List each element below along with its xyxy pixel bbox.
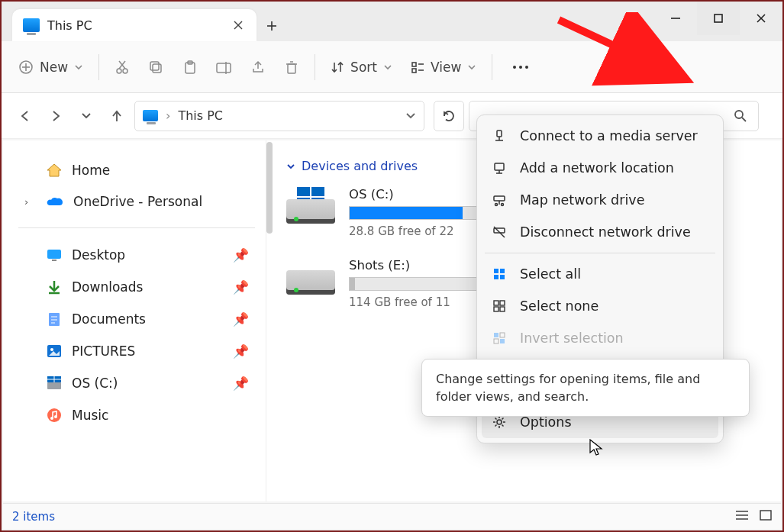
svg-rect-35: [47, 250, 61, 259]
invert-selection-icon: [491, 331, 508, 345]
view-button[interactable]: View: [403, 53, 484, 81]
svg-point-12: [123, 69, 127, 73]
drive-free-text: 28.8 GB free of 22: [349, 224, 479, 238]
svg-rect-71: [494, 307, 498, 311]
rename-button[interactable]: [208, 53, 240, 81]
onedrive-icon: [46, 195, 64, 208]
details-view-button[interactable]: [735, 510, 749, 524]
svg-rect-16: [150, 62, 159, 70]
cursor-icon: [589, 439, 605, 457]
svg-marker-34: [47, 164, 61, 176]
menu-item-select-none[interactable]: Select none: [482, 290, 718, 322]
svg-point-11: [117, 69, 121, 73]
back-button[interactable]: [12, 103, 38, 129]
gear-icon: [491, 415, 508, 429]
menu-item-disconnect-network-drive[interactable]: Disconnect network drive: [482, 216, 718, 248]
sort-button[interactable]: Sort: [323, 53, 400, 81]
select-none-icon: [491, 299, 508, 313]
close-window-button[interactable]: [740, 2, 782, 35]
share-button[interactable]: [243, 53, 273, 81]
svg-point-28: [513, 66, 516, 69]
svg-rect-25: [412, 69, 416, 73]
drive-icon: [286, 187, 335, 224]
sidebar-item-pictures[interactable]: PICTURES 📌: [14, 335, 260, 367]
capacity-bar: [349, 277, 479, 291]
forward-button[interactable]: [43, 103, 69, 129]
refresh-button[interactable]: [434, 101, 464, 131]
search-icon: [734, 109, 747, 123]
menu-item-select-all[interactable]: Select all: [482, 258, 718, 290]
cut-button[interactable]: [107, 53, 137, 81]
svg-rect-53: [497, 131, 502, 137]
pin-icon: 📌: [233, 279, 249, 295]
status-count: 2 items: [12, 510, 55, 524]
new-button[interactable]: New: [11, 53, 91, 81]
pictures-icon: [46, 343, 63, 360]
navigation-pane: Home › OneDrive - Personal Desktop 📌 Dow…: [3, 140, 266, 501]
svg-rect-72: [500, 307, 505, 311]
sidebar-item-downloads[interactable]: Downloads 📌: [14, 271, 260, 303]
menu-item-map-network-drive[interactable]: Map network drive: [482, 184, 718, 216]
menu-item-add-network-location[interactable]: Add a network location: [482, 152, 718, 184]
svg-rect-1: [715, 15, 722, 22]
drive-icon: [286, 258, 335, 295]
sidebar-item-documents[interactable]: Documents 📌: [14, 303, 260, 335]
pin-icon: 📌: [233, 247, 249, 263]
home-icon: [46, 162, 63, 179]
this-pc-icon: [23, 18, 40, 32]
desktop-icon: [46, 247, 63, 263]
command-bar: New Sort View: [2, 41, 782, 93]
tab-this-pc[interactable]: This PC: [12, 9, 256, 41]
svg-point-51: [50, 417, 53, 420]
svg-rect-76: [500, 339, 505, 343]
pin-icon: 📌: [233, 376, 249, 391]
svg-rect-75: [494, 339, 498, 343]
drive-name: OS (C:): [349, 187, 479, 202]
media-server-icon: [491, 129, 508, 143]
svg-rect-70: [500, 301, 505, 305]
drive-name: Shots (E:): [349, 258, 479, 272]
sidebar-item-desktop[interactable]: Desktop 📌: [14, 239, 260, 271]
window-controls: [654, 2, 782, 35]
breadcrumb[interactable]: › This PC: [134, 101, 424, 131]
scrollbar-thumb[interactable]: [266, 142, 273, 234]
sidebar-item-music[interactable]: Music: [14, 399, 260, 431]
more-button[interactable]: [500, 59, 541, 76]
copy-button[interactable]: [140, 53, 171, 81]
sidebar-item-home[interactable]: Home: [14, 154, 260, 186]
close-tab-button[interactable]: [234, 18, 243, 33]
downloads-icon: [46, 279, 63, 295]
svg-rect-36: [52, 260, 56, 261]
minimize-button[interactable]: [654, 2, 697, 35]
sidebar-item-onedrive[interactable]: › OneDrive - Personal: [14, 186, 260, 217]
thumbnails-view-button[interactable]: [760, 510, 772, 524]
svg-rect-65: [494, 269, 498, 273]
svg-rect-19: [217, 63, 231, 73]
sort-label: Sort: [350, 60, 377, 75]
sidebar-item-os-c[interactable]: OS (C:) 📌: [14, 367, 260, 399]
drive-free-text: 114 GB free of 11: [349, 295, 479, 309]
svg-point-32: [735, 111, 743, 118]
paste-button[interactable]: [174, 53, 205, 81]
svg-rect-74: [500, 333, 505, 337]
new-tab-button[interactable]: [256, 11, 287, 41]
svg-marker-84: [590, 440, 602, 455]
svg-point-50: [47, 408, 61, 422]
delete-button[interactable]: [276, 53, 307, 81]
documents-icon: [46, 311, 63, 327]
svg-point-61: [495, 204, 498, 206]
svg-rect-81: [760, 511, 771, 520]
map-drive-icon: [491, 193, 508, 207]
svg-rect-24: [412, 63, 416, 66]
menu-item-connect-media-server[interactable]: Connect to a media server: [482, 120, 718, 152]
this-pc-icon: [143, 110, 158, 121]
disconnect-drive-icon: [491, 225, 508, 239]
svg-rect-15: [153, 64, 161, 73]
up-button[interactable]: [104, 103, 130, 129]
maximize-button[interactable]: [697, 2, 740, 35]
svg-rect-73: [494, 333, 498, 337]
recent-locations-button[interactable]: [73, 103, 99, 129]
menu-item-invert-selection[interactable]: Invert selection: [482, 322, 718, 354]
svg-rect-67: [494, 275, 498, 279]
new-button-label: New: [40, 60, 68, 75]
